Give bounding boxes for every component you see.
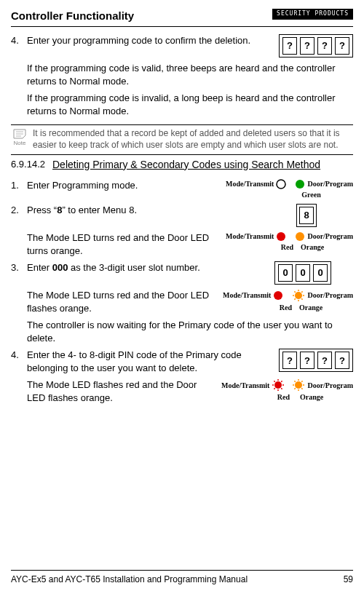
led-red-icon (276, 231, 286, 242)
keypad-figure: 0 0 0 (274, 261, 331, 285)
svg-point-17 (274, 381, 282, 389)
keypad-figure: ? ? ? ? (279, 34, 353, 57)
led-figure: Mode/Transmit Door/Program Red Orange (226, 231, 353, 253)
svg-line-22 (274, 381, 275, 382)
led-orange-flash-icon (292, 289, 305, 302)
keypad-figure: 8 (296, 204, 317, 227)
svg-line-34 (302, 381, 303, 382)
step-4b: 4. Enter the 4- to 8-digit PIN code of t… (11, 349, 353, 404)
led-orange-flash-icon (292, 378, 305, 392)
led-right-label: Door/Program (307, 290, 353, 301)
paragraph: If the programming code is valid, three … (27, 62, 353, 87)
header-title: Controller Functionality (11, 9, 134, 23)
svg-line-24 (274, 389, 275, 389)
page-header: Controller Functionality SECURITY PRODUC… (11, 9, 353, 27)
svg-point-26 (295, 381, 302, 389)
paragraph: The Mode LED turns red and the Door LED … (27, 289, 215, 314)
svg-line-31 (295, 381, 296, 382)
led-figure: Mode/Transmit Door/Program Green (226, 179, 353, 200)
key-box: 0 (296, 264, 310, 282)
section-number: 6.9.14.2 (11, 158, 45, 171)
key-box: ? (335, 37, 349, 55)
key-box: ? (335, 352, 349, 369)
led-sub-label: Red (280, 303, 292, 313)
svg-point-4 (296, 180, 304, 189)
keypad-figure: ? ? ? ? (279, 349, 353, 372)
led-right-label: Door/Program (307, 179, 353, 189)
key-box: ? (317, 37, 332, 55)
note-label: Note (14, 140, 26, 147)
key-box: ? (282, 37, 297, 55)
step-text: Enter the 4- to 8-digit PIN code of the … (27, 349, 272, 374)
key-box: ? (300, 352, 314, 369)
step-number: 2. (11, 204, 27, 257)
led-sub-label: Orange (301, 242, 324, 253)
led-left-label: Mode/Transmit (226, 179, 274, 189)
page-number: 59 (344, 574, 353, 585)
svg-line-14 (302, 298, 303, 299)
key-box: ? (282, 352, 297, 369)
note-block: Note It is recommended that a record be … (11, 124, 353, 154)
led-orange-icon (295, 231, 305, 242)
step-text: Enter Programming mode. (27, 179, 218, 192)
key-row: ? ? ? ? (279, 34, 353, 57)
svg-point-7 (274, 291, 282, 300)
svg-line-25 (282, 381, 282, 382)
note-icon: Note (11, 128, 28, 151)
led-left-label: Mode/Transmit (226, 231, 274, 242)
note-text: It is recommended that a record be kept … (33, 128, 353, 151)
led-sub-label: Orange (299, 303, 323, 313)
step-text: Enter 000 as the 3-digit user slot numbe… (27, 261, 267, 274)
key-box: ? (300, 37, 314, 55)
step-text: Enter your programming code to confirm t… (27, 34, 272, 47)
paragraph: The Mode LED turns red and the Door LED … (27, 231, 218, 257)
svg-point-3 (277, 180, 285, 189)
footer-text: AYC-Ex5 and AYC-T65 Installation and Pro… (11, 574, 248, 585)
led-off-icon (276, 179, 286, 189)
section-heading: 6.9.14.2 Deleting Primary & Secondary Co… (11, 158, 353, 172)
svg-line-15 (295, 298, 296, 299)
led-green-icon (295, 179, 305, 189)
step-number: 4. (11, 349, 27, 404)
led-red-flash-icon (272, 378, 285, 392)
header-brand: SECURITY PRODUCTS (272, 9, 353, 20)
key-box: 0 (313, 264, 328, 282)
step-1: 1. Enter Programming mode. Mode/Transmit… (11, 179, 353, 200)
section-title: Deleting Primary & Secondary Codes using… (52, 158, 353, 172)
svg-point-8 (295, 292, 302, 299)
step-number: 3. (11, 261, 27, 344)
step-4a: 4. Enter your programming code to confir… (11, 34, 353, 117)
led-red-icon (273, 290, 283, 301)
led-sub-label: Red (281, 242, 293, 253)
svg-line-23 (282, 389, 282, 389)
led-figure: Mode/Transmit (221, 378, 353, 402)
step-2: 2. Press “8” to enter Menu 8. 8 The Mode… (11, 204, 353, 257)
page-footer: AYC-Ex5 and AYC-T65 Installation and Pro… (11, 570, 353, 585)
paragraph: The controller is now waiting for the Pr… (27, 319, 353, 344)
led-sub-label: Orange (300, 392, 323, 402)
paragraph: The Mode LED flashes red and the Door LE… (27, 378, 214, 404)
svg-line-16 (302, 292, 303, 293)
key-box: 8 (299, 207, 314, 224)
led-right-label: Door/Program (307, 381, 353, 391)
step-number: 1. (11, 179, 27, 200)
step-number: 4. (11, 34, 27, 117)
led-sub-label: Red (277, 392, 290, 402)
led-sub-label: Green (226, 190, 353, 200)
step-text: Press “8” to enter Menu 8. (27, 204, 289, 217)
step-3: 3. Enter 000 as the 3-digit user slot nu… (11, 261, 353, 344)
svg-line-33 (295, 389, 296, 389)
led-left-label: Mode/Transmit (221, 381, 269, 391)
svg-line-32 (302, 389, 303, 389)
led-figure: Mode/Transmit (223, 289, 353, 313)
paragraph: If the programming code is invalid, a lo… (27, 92, 353, 117)
led-right-label: Door/Program (307, 231, 353, 242)
svg-point-6 (296, 232, 304, 241)
svg-line-13 (295, 292, 296, 293)
led-left-label: Mode/Transmit (223, 290, 271, 301)
key-box: ? (317, 352, 332, 369)
key-box: 0 (278, 264, 293, 282)
svg-point-5 (277, 232, 285, 241)
